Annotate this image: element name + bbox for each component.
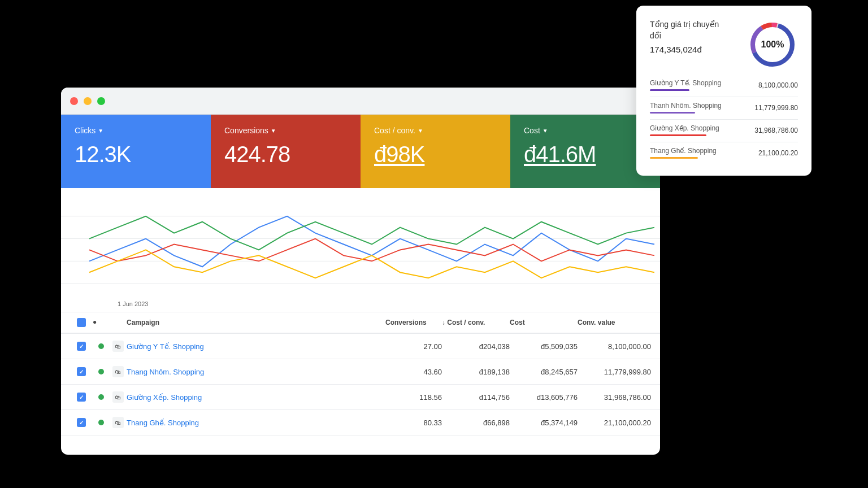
header-conversions[interactable]: Conversions — [385, 318, 442, 327]
table-row[interactable]: 🛍 Giường Xếp. Shopping 118.56 đ114,756 đ… — [61, 385, 660, 410]
legend-item-1: Thanh Nhôm. Shopping 11,779,999.80 — [650, 102, 798, 120]
shopping-bag-icon-3: 🛍 — [112, 417, 124, 428]
row-checkbox-2[interactable] — [77, 393, 86, 402]
header-cost[interactable]: Cost — [510, 318, 578, 327]
table-body: 🛍 Giường Y Tế. Shopping 27.00 đ204,038 đ… — [61, 334, 660, 435]
table-row[interactable]: 🛍 Thang Ghế. Shopping 80.33 đ66,898 đ5,3… — [61, 410, 660, 435]
row-conversions-0: 27.00 — [385, 342, 442, 351]
header-checkbox[interactable] — [77, 318, 86, 327]
legend-label-0: Giường Y Tế. Shopping — [650, 79, 721, 87]
row-checkbox-3[interactable] — [77, 418, 86, 427]
metric-label-cost: Cost ▼ — [524, 126, 646, 135]
legend-item-2: Giường Xếp. Shopping 31,968,786.00 — [650, 124, 798, 142]
header-checkbox-cell — [70, 318, 93, 327]
table-row[interactable]: 🛍 Giường Y Tế. Shopping 27.00 đ204,038 đ… — [61, 334, 660, 359]
metric-card-clicks[interactable]: Clicks ▼ 12.3K — [61, 115, 211, 188]
row-conv-value-2: 31,968,786.00 — [578, 393, 651, 402]
row-icon-cell-0: 🛍 — [110, 341, 127, 352]
metric-label-conversions: Conversions ▼ — [224, 126, 347, 135]
donut-center-text: 100% — [761, 40, 784, 50]
row-conversions-2: 118.56 — [385, 393, 442, 402]
header-icon-cell — [110, 318, 127, 327]
minimize-button[interactable] — [84, 97, 92, 105]
close-button[interactable] — [70, 97, 78, 105]
row-cost-per-conv-2: đ114,756 — [442, 393, 510, 402]
row-cost-0: đ5,509,035 — [510, 342, 578, 351]
row-dot-cell-2 — [93, 394, 110, 400]
row-checkbox-cell-3 — [70, 418, 93, 427]
row-conv-value-3: 21,100,000.20 — [578, 419, 651, 427]
row-status-dot-0 — [98, 343, 104, 349]
legend-item-3: Thang Ghế. Shopping 21,100,00.20 — [650, 147, 798, 159]
legend-bar-0 — [650, 89, 689, 91]
legend-label-3: Thang Ghế. Shopping — [650, 147, 717, 155]
row-campaign-name-0[interactable]: Giường Y Tế. Shopping — [127, 342, 385, 351]
row-campaign-name-2[interactable]: Giường Xếp. Shopping — [127, 393, 385, 402]
donut-info: Tổng giá trị chuyển đổi 174,345,024đ — [650, 19, 723, 54]
shopping-bag-icon-1: 🛍 — [112, 366, 124, 377]
row-cost-1: đ8,245,657 — [510, 368, 578, 376]
legend-bar-3 — [650, 157, 698, 159]
donut-card-header: Tổng giá trị chuyển đổi 174,345,024đ 100… — [650, 19, 798, 70]
metrics-row: Clicks ▼ 12.3K Conversions ▼ 424.78 Cost… — [61, 115, 660, 188]
metric-value-conversions: 424.78 — [224, 142, 347, 167]
legend-label-2: Giường Xếp. Shopping — [650, 124, 719, 132]
row-cost-3: đ5,374,149 — [510, 419, 578, 427]
metric-value-clicks: 12.3K — [75, 142, 197, 167]
chevron-down-icon: ▼ — [98, 128, 103, 134]
row-dot-cell-1 — [93, 369, 110, 374]
metric-value-cost-per-conv: đ98K — [374, 142, 497, 167]
metric-label-cost-per-conv: Cost / conv. ▼ — [374, 126, 497, 135]
row-checkbox-cell-1 — [70, 367, 93, 376]
chart-date-label: 1 Jun 2023 — [118, 300, 148, 307]
maximize-button[interactable] — [97, 97, 105, 105]
chevron-down-icon: ▼ — [418, 128, 423, 134]
row-conversions-1: 43.60 — [385, 368, 442, 376]
browser-window: Clicks ▼ 12.3K Conversions ▼ 424.78 Cost… — [61, 88, 660, 455]
donut-chart-container: 100% — [747, 19, 798, 70]
row-checkbox-cell-0 — [70, 342, 93, 351]
row-checkbox-0[interactable] — [77, 342, 86, 351]
donut-legend: Giường Y Tế. Shopping 8,100,000.00 Thanh… — [650, 79, 798, 159]
table-header: ● Campaign Conversions ↓ Cost / conv. Co… — [61, 312, 660, 334]
row-campaign-name-3[interactable]: Thang Ghế. Shopping — [127, 419, 385, 427]
donut-value: 174,345,024đ — [650, 45, 723, 54]
row-icon-cell-2: 🛍 — [110, 391, 127, 403]
legend-bar-2 — [650, 134, 706, 136]
legend-amount-2: 31,968,786.00 — [754, 127, 798, 134]
metric-card-cost-per-conv[interactable]: Cost / conv. ▼ đ98K — [361, 115, 510, 188]
legend-amount-1: 11,779,999.80 — [754, 104, 798, 112]
legend-bar-1 — [650, 112, 695, 114]
shopping-bag-icon-0: 🛍 — [112, 341, 124, 352]
row-cost-per-conv-0: đ204,038 — [442, 342, 510, 351]
row-checkbox-cell-2 — [70, 393, 93, 402]
shopping-bag-icon-2: 🛍 — [112, 391, 124, 403]
row-dot-cell-3 — [93, 420, 110, 425]
chart-area: 1 Jun 2023 — [61, 188, 660, 312]
row-cost-per-conv-3: đ66,898 — [442, 419, 510, 427]
metric-card-conversions[interactable]: Conversions ▼ 424.78 — [211, 115, 361, 188]
legend-label-1: Thanh Nhôm. Shopping — [650, 102, 722, 110]
row-campaign-name-1[interactable]: Thang Nhôm. Shopping — [127, 368, 385, 376]
row-icon-cell-1: 🛍 — [110, 366, 127, 377]
chevron-down-icon: ▼ — [542, 128, 548, 134]
row-cost-per-conv-1: đ189,138 — [442, 368, 510, 376]
row-cost-2: đ13,605,776 — [510, 393, 578, 402]
legend-amount-3: 21,100,00.20 — [758, 149, 798, 157]
donut-title: Tổng giá trị chuyển đổi — [650, 19, 723, 41]
header-conv-value[interactable]: Conv. value — [578, 318, 651, 327]
legend-amount-0: 8,100,000.00 — [758, 81, 798, 89]
chevron-down-icon: ▼ — [271, 128, 276, 134]
legend-item-0: Giường Y Tế. Shopping 8,100,000.00 — [650, 79, 798, 97]
row-conv-value-1: 11,779,999.80 — [578, 368, 651, 376]
metric-label-clicks: Clicks ▼ — [75, 126, 197, 135]
row-dot-cell-0 — [93, 343, 110, 349]
row-icon-cell-3: 🛍 — [110, 417, 127, 428]
table-row[interactable]: 🛍 Thang Nhôm. Shopping 43.60 đ189,138 đ8… — [61, 359, 660, 385]
row-checkbox-1[interactable] — [77, 367, 86, 376]
header-campaign[interactable]: Campaign — [127, 318, 385, 327]
header-cost-per-conv[interactable]: ↓ Cost / conv. — [442, 318, 510, 327]
browser-titlebar — [61, 88, 660, 115]
row-status-dot-3 — [98, 420, 104, 425]
header-dot-cell: ● — [93, 318, 110, 327]
